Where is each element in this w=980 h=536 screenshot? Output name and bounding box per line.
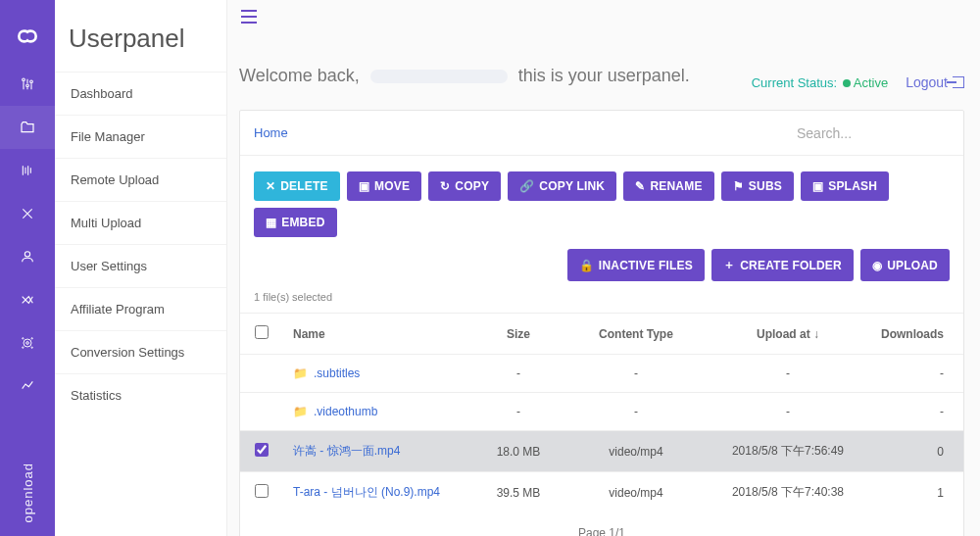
rail-dashboard-icon[interactable]	[0, 63, 55, 106]
rail-filemanager-icon[interactable]	[0, 106, 55, 149]
svg-point-17	[31, 347, 32, 348]
move-button[interactable]: ▣MOVE	[347, 171, 421, 201]
nav-dashboard[interactable]: Dashboard	[55, 72, 226, 115]
svg-point-13	[24, 339, 31, 347]
nav-file-manager[interactable]: File Manager	[55, 115, 226, 158]
nav-conversion[interactable]: Conversion Settings	[55, 330, 226, 373]
svg-point-5	[30, 80, 33, 83]
rail-multi-upload-icon[interactable]	[0, 192, 55, 235]
nav-remote-upload[interactable]: Remote Upload	[55, 158, 226, 201]
file-table: Name Size Content Type Upload at ↓ Downl…	[240, 313, 963, 512]
rail-affiliate-icon[interactable]	[0, 278, 55, 321]
welcome-text: Welcome back, this is your userpanel.	[229, 38, 752, 104]
row-checkbox[interactable]	[255, 484, 269, 498]
search-wrap	[793, 118, 950, 149]
svg-point-14	[23, 338, 24, 339]
status-label: Current Status: Active	[752, 75, 888, 90]
toolbar-secondary: 🔒INACTIVE FILES ＋CREATE FOLDER ◉UPLOAD	[240, 245, 963, 291]
sidebar: Userpanel Dashboard File Manager Remote …	[55, 0, 227, 536]
move-icon: ▣	[359, 179, 369, 193]
folder-icon: 📁	[293, 366, 308, 380]
rail-conversion-icon[interactable]	[0, 321, 55, 365]
table-row[interactable]: T-ara - 넘버나인 (No.9).mp4 39.5 MB video/mp…	[240, 472, 963, 513]
pager: Page 1/1	[240, 512, 963, 536]
delete-button[interactable]: ✕DELETE	[254, 171, 340, 201]
delete-icon: ✕	[266, 179, 275, 193]
hamburger-icon[interactable]	[237, 4, 261, 32]
image-icon: ▣	[812, 179, 823, 193]
embed-button[interactable]: ▦EMBED	[254, 208, 337, 237]
inactive-files-button[interactable]: 🔒INACTIVE FILES	[567, 249, 705, 281]
col-upload[interactable]: Upload at ↓	[705, 314, 871, 355]
select-all-checkbox[interactable]	[255, 325, 269, 339]
col-name[interactable]: Name	[283, 314, 469, 355]
rail-statistics-icon[interactable]	[0, 365, 55, 408]
logout-icon	[953, 76, 964, 88]
folder-icon: 📁	[293, 405, 308, 418]
subs-button[interactable]: ⚑SUBS	[721, 171, 794, 201]
table-row[interactable]: 📁.subtitles - - - -	[240, 355, 963, 393]
breadcrumb-home[interactable]: Home	[254, 125, 288, 140]
row-checkbox[interactable]	[255, 443, 269, 457]
svg-point-2	[26, 84, 29, 87]
sort-down-icon: ↓	[813, 327, 819, 341]
flag-icon: ⚑	[733, 179, 744, 193]
table-row[interactable]: 许嵩 - 惊鸿一面.mp4 18.0 MB video/mp4 2018/5/8…	[240, 431, 963, 472]
svg-point-15	[31, 338, 32, 339]
upload-button[interactable]: ◉UPLOAD	[860, 249, 950, 281]
logout-link[interactable]: Logout	[906, 74, 964, 90]
svg-point-11	[24, 252, 29, 257]
link-icon: 🔗	[519, 179, 534, 193]
file-panel: Home ✕DELETE ▣MOVE ↻COPY 🔗COPY LINK ✎REN…	[239, 110, 964, 536]
plus-icon: ＋	[723, 257, 735, 273]
lock-icon: 🔒	[579, 259, 594, 272]
brand-text: openload	[21, 449, 35, 537]
svg-point-12	[26, 342, 29, 345]
refresh-icon: ↻	[440, 179, 450, 193]
username-redacted	[370, 70, 508, 83]
col-size[interactable]: Size	[469, 314, 567, 355]
edit-icon: ✎	[635, 179, 645, 193]
copylink-button[interactable]: 🔗COPY LINK	[508, 171, 616, 201]
rail-user-settings-icon[interactable]	[0, 235, 55, 278]
rename-button[interactable]: ✎RENAME	[623, 171, 713, 201]
splash-button[interactable]: ▣SPLASH	[801, 171, 889, 201]
nav-statistics[interactable]: Statistics	[55, 373, 226, 416]
rail-remote-upload-icon[interactable]	[0, 149, 55, 192]
col-ctype[interactable]: Content Type	[567, 314, 705, 355]
status-dot-icon	[843, 79, 851, 87]
copy-button[interactable]: ↻COPY	[428, 171, 501, 201]
nav-multi-upload[interactable]: Multi Upload	[55, 201, 226, 244]
embed-icon: ▦	[266, 216, 276, 229]
svg-point-16	[23, 347, 24, 348]
create-folder-button[interactable]: ＋CREATE FOLDER	[711, 249, 854, 281]
nav-affiliate[interactable]: Affiliate Program	[55, 287, 226, 330]
search-input[interactable]	[793, 118, 950, 149]
app-title: Userpanel	[55, 0, 226, 72]
upload-icon: ◉	[872, 259, 882, 272]
main: Welcome back, this is your userpanel. Cu…	[227, 0, 980, 536]
nav-user-settings[interactable]: User Settings	[55, 244, 226, 287]
col-downloads[interactable]: Downloads	[871, 314, 963, 355]
sidebar-nav: Dashboard File Manager Remote Upload Mul…	[55, 72, 226, 416]
logo-icon	[15, 10, 40, 63]
table-row[interactable]: 📁.videothumb - - - -	[240, 393, 963, 431]
icon-rail: openload	[0, 0, 55, 536]
svg-point-0	[23, 78, 25, 81]
selection-count: 1 file(s) selected	[240, 291, 963, 313]
toolbar: ✕DELETE ▣MOVE ↻COPY 🔗COPY LINK ✎RENAME ⚑…	[240, 156, 963, 245]
